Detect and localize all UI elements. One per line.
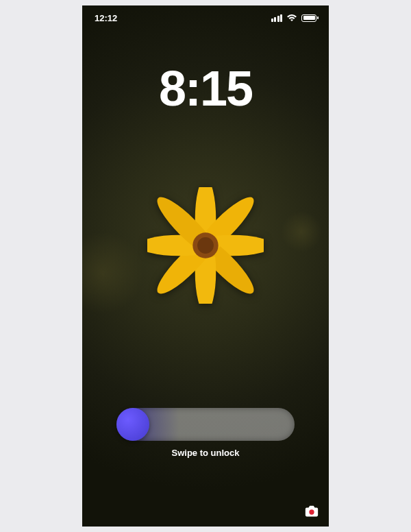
svg-point-10 (309, 509, 314, 514)
bokeh-light (82, 232, 144, 314)
flower-graphic (147, 187, 264, 304)
status-bar: 12:12 (82, 5, 329, 30)
battery-icon (301, 14, 316, 22)
lock-screen: 12:12 8:15 Swipe to unlock (82, 5, 329, 527)
unlock-slider-wrap: Swipe to unlock (116, 408, 295, 458)
unlock-slider-label: Swipe to unlock (116, 448, 295, 458)
cellular-signal-icon (271, 14, 283, 22)
status-time: 12:12 (95, 13, 117, 23)
camera-shortcut[interactable] (304, 505, 319, 517)
status-icons (271, 14, 317, 22)
camera-icon (304, 505, 319, 517)
lock-clock: 8:15 (82, 60, 329, 117)
unlock-slider[interactable] (116, 408, 295, 441)
wifi-icon (286, 14, 297, 22)
svg-point-9 (197, 237, 214, 254)
unlock-slider-knob[interactable] (116, 408, 149, 441)
bokeh-light (281, 211, 322, 252)
